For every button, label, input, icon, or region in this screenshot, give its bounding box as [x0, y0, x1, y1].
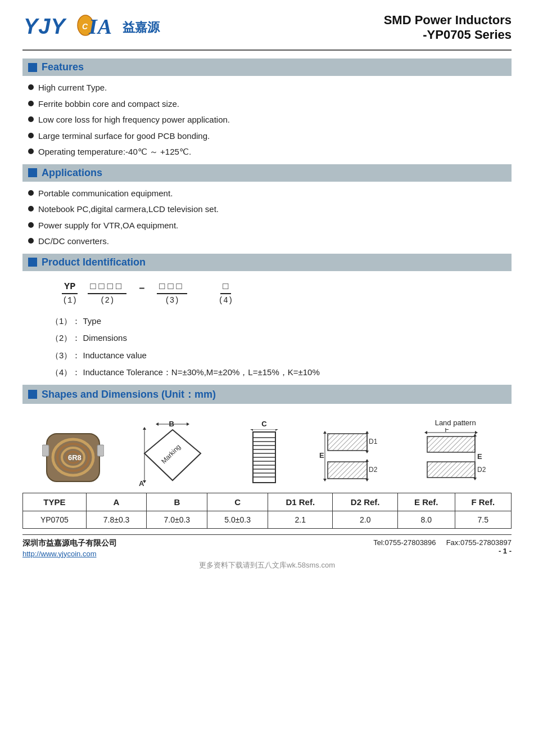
- shapes-icon: [28, 390, 37, 399]
- bullet-dot: [28, 190, 34, 196]
- list-item: Large terminal surface for good PCB bond…: [28, 130, 512, 143]
- list-item: Low core loss for high frequency power a…: [28, 114, 512, 127]
- list-item: High current Type.: [28, 82, 512, 94]
- land-pattern-diagram: Land pattern F D2: [419, 418, 492, 487]
- de-svg: D1 D2 E: [319, 425, 387, 487]
- pid-boxes2: □□□□: [88, 281, 126, 294]
- product-id-title: Product Identification: [42, 256, 146, 268]
- app-text: DC/DC converters.: [38, 235, 109, 248]
- footer-url[interactable]: http://www.yjycoin.com: [22, 550, 117, 558]
- list-item: DC/DC converters.: [28, 235, 512, 248]
- val-type: YP0705: [23, 511, 87, 528]
- col-d2: D2 Ref.: [333, 493, 397, 511]
- col-f: F Ref.: [455, 493, 511, 511]
- main-product-title: SMD Power Inductors: [384, 13, 512, 28]
- product-id-section-bar: Product Identification: [22, 254, 512, 271]
- footer-right: Tel:0755-27803896 Fax:0755-27803897 - 1 …: [373, 538, 512, 555]
- header: YJY C IA 益嘉源 SMD Power Inductors -YP0705…: [22, 11, 512, 51]
- pid-desc-text-3: Inductance value: [83, 350, 147, 360]
- c-svg: [242, 429, 287, 485]
- svg-text:D2: D2: [477, 466, 486, 474]
- val-c: 5.0±0.3: [207, 511, 268, 528]
- logo-cn: 益嘉源: [123, 19, 160, 36]
- svg-marker-40: [365, 431, 369, 434]
- list-item: Ferrite bobbin core and compact size.: [28, 98, 512, 111]
- app-text: Power supply for VTR,OA equipment.: [38, 219, 178, 232]
- footer: 深圳市益嘉源电子有限公司 http://www.yjycoin.com Tel:…: [22, 534, 512, 558]
- footer-contact: Tel:0755-27803896 Fax:0755-27803897: [373, 538, 512, 547]
- svg-marker-16: [187, 422, 189, 426]
- col-a: A: [86, 493, 147, 511]
- footer-fax: Fax:0755-27803897: [446, 538, 512, 547]
- svg-rect-57: [427, 462, 475, 478]
- dimensions-table: TYPE A B C D1 Ref. D2 Ref. E Ref. F Ref.…: [22, 493, 512, 529]
- page-wrapper: YJY C IA 益嘉源 SMD Power Inductors -YP0705…: [0, 0, 534, 756]
- svg-marker-15: [156, 422, 159, 426]
- pid-desc-2: （2）： Dimensions: [51, 332, 512, 345]
- pid-num1: (1): [63, 296, 77, 305]
- bullet-dot: [28, 84, 34, 90]
- shapes-title: Shapes and Dimensions (Unit：mm): [42, 388, 216, 401]
- footer-tel: Tel:0755-27803896: [373, 538, 436, 547]
- col-e: E Ref.: [397, 493, 455, 511]
- applications-title: Applications: [42, 167, 102, 179]
- pid-desc-text-4: Inductance Tolerance：N=±30%,M=±20%，L=±15…: [83, 367, 320, 377]
- svg-marker-45: [365, 479, 369, 482]
- bullet-dot: [28, 238, 34, 244]
- pid-desc-num-2: （2）：: [51, 333, 80, 343]
- svg-rect-56: [427, 436, 475, 452]
- feature-text: Ferrite bobbin core and compact size.: [38, 98, 179, 111]
- svg-text:YJY: YJY: [24, 15, 67, 38]
- pid-box4: □: [220, 281, 230, 294]
- svg-text:6R8: 6R8: [68, 453, 82, 462]
- pid-part1: YP (1): [62, 281, 78, 305]
- applications-section-bar: Applications: [22, 164, 512, 182]
- list-item: Operating temperature:-40℃ ～ +125℃.: [28, 146, 512, 159]
- logo-svg: YJY C IA: [22, 11, 118, 39]
- col-c: C: [207, 493, 268, 511]
- features-list: High current Type. Ferrite bobbin core a…: [28, 82, 512, 159]
- svg-marker-44: [365, 459, 369, 462]
- feature-text: Large terminal surface for good PCB bond…: [38, 130, 210, 143]
- table-header-row: TYPE A B C D1 Ref. D2 Ref. E Ref. F Ref.: [23, 493, 512, 511]
- bullet-dot: [28, 133, 34, 138]
- pid-part3: □□□ (3): [157, 281, 187, 305]
- feature-text: Low core loss for high frequency power a…: [38, 114, 230, 127]
- svg-marker-35: [275, 429, 278, 431]
- diagrams-row: 6R8 B Marking: [22, 410, 512, 487]
- c-container: C: [242, 420, 287, 487]
- bullet-dot: [28, 101, 34, 106]
- pid-desc-num-4: （4）：: [51, 367, 80, 377]
- header-title: SMD Power Inductors -YP0705 Series: [384, 13, 512, 42]
- sub-product-title: -YP0705 Series: [384, 28, 512, 42]
- watermark: 更多资料下载请到五八文库wk.58sms.com: [22, 560, 512, 570]
- list-item: Portable communication equipment.: [28, 187, 512, 200]
- pid-num4: (4): [219, 296, 233, 305]
- pid-desc-4: （4）： Inductance Tolerance：N=±30%,M=±20%，…: [51, 366, 512, 379]
- shapes-section-bar: Shapes and Dimensions (Unit：mm): [22, 385, 512, 404]
- svg-rect-37: [328, 434, 367, 451]
- svg-text:C: C: [82, 22, 88, 31]
- land-svg: F D2 E: [419, 428, 492, 487]
- col-type: TYPE: [23, 493, 87, 511]
- pid-num2: (2): [100, 296, 114, 305]
- svg-marker-54: [475, 431, 478, 434]
- feature-text: Operating temperature:-40℃ ～ +125℃.: [38, 146, 191, 159]
- footer-left: 深圳市益嘉源电子有限公司 http://www.yjycoin.com: [22, 538, 117, 558]
- svg-marker-34: [250, 429, 253, 431]
- svg-text:F: F: [445, 428, 449, 434]
- footer-page: - 1 -: [373, 547, 512, 555]
- bullet-dot: [28, 116, 34, 122]
- list-item: Notebook PC,digital carmera,LCD televisi…: [28, 203, 512, 216]
- diamond-svg: Marking A: [136, 420, 209, 487]
- svg-text:E: E: [319, 451, 324, 460]
- applications-list: Portable communication equipment. Notebo…: [28, 187, 512, 248]
- pid-desc-text-1: Type: [83, 316, 102, 326]
- product-id-section: YP (1) □□□□ (2) － □□□ (3) □ (4): [34, 281, 512, 379]
- col-b: B: [147, 493, 207, 511]
- val-a: 7.8±0.3: [86, 511, 147, 528]
- svg-rect-11: [97, 445, 104, 456]
- svg-text:Marking: Marking: [160, 443, 183, 465]
- pid-desc-num-3: （3）：: [51, 350, 80, 360]
- svg-marker-53: [424, 431, 427, 434]
